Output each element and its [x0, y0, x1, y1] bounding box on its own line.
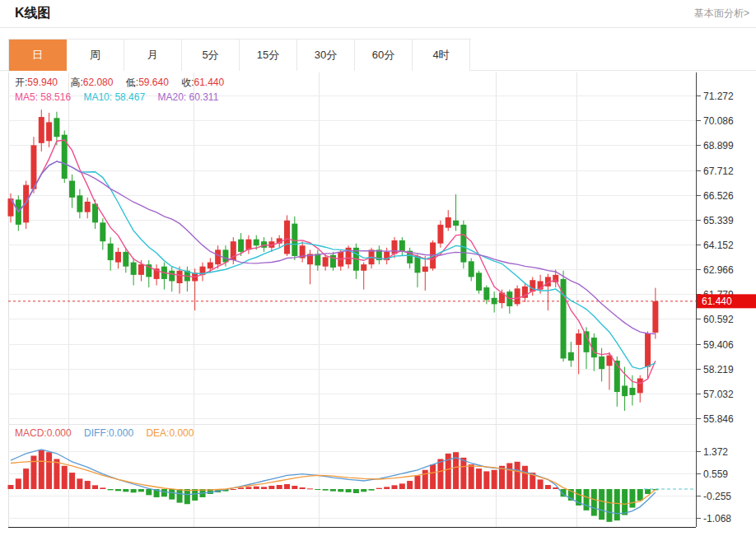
- macd-bar[interactable]: [599, 489, 604, 520]
- candle[interactable]: [215, 249, 221, 264]
- candle[interactable]: [446, 217, 451, 228]
- macd-bar[interactable]: [115, 489, 121, 491]
- macd-bar[interactable]: [538, 479, 544, 489]
- macd-bar[interactable]: [422, 470, 428, 489]
- candle[interactable]: [515, 288, 520, 304]
- macd-bar[interactable]: [62, 466, 68, 489]
- candle[interactable]: [422, 267, 428, 272]
- macd-bar[interactable]: [108, 489, 114, 490]
- macd-bar[interactable]: [622, 489, 628, 515]
- macd-bar[interactable]: [8, 485, 14, 489]
- macd-bar[interactable]: [392, 485, 398, 489]
- candle[interactable]: [568, 352, 574, 361]
- candle[interactable]: [437, 225, 443, 244]
- candle[interactable]: [254, 240, 259, 246]
- candle[interactable]: [599, 357, 604, 369]
- candle[interactable]: [131, 263, 137, 275]
- candle[interactable]: [123, 252, 128, 267]
- macd-bar[interactable]: [131, 489, 137, 492]
- candle[interactable]: [315, 254, 320, 265]
- candle[interactable]: [476, 273, 482, 291]
- macd-bar[interactable]: [460, 458, 466, 489]
- candle[interactable]: [469, 261, 474, 277]
- candle[interactable]: [23, 185, 29, 223]
- macd-bar[interactable]: [476, 468, 482, 489]
- candle[interactable]: [30, 145, 36, 189]
- macd-bar[interactable]: [300, 487, 306, 489]
- candle[interactable]: [100, 222, 105, 241]
- macd-bar[interactable]: [268, 486, 274, 489]
- candle[interactable]: [46, 122, 52, 141]
- macd-bar[interactable]: [591, 489, 597, 516]
- macd-bar[interactable]: [307, 488, 313, 489]
- macd-bar[interactable]: [39, 450, 44, 489]
- candle[interactable]: [238, 240, 244, 252]
- macd-bar[interactable]: [469, 464, 474, 489]
- macd-bar[interactable]: [184, 489, 190, 504]
- macd-bar[interactable]: [123, 489, 128, 492]
- macd-bar[interactable]: [46, 452, 52, 489]
- macd-bar[interactable]: [437, 459, 443, 489]
- candle[interactable]: [62, 135, 68, 179]
- macd-bar[interactable]: [323, 489, 329, 491]
- macd-bar[interactable]: [353, 489, 359, 493]
- macd-bar[interactable]: [492, 470, 497, 489]
- macd-bar[interactable]: [330, 489, 336, 492]
- candle[interactable]: [453, 221, 459, 226]
- macd-bar[interactable]: [346, 489, 352, 492]
- candle[interactable]: [629, 388, 635, 395]
- macd-bar[interactable]: [369, 489, 375, 491]
- candle[interactable]: [392, 240, 398, 254]
- macd-bar[interactable]: [315, 489, 320, 490]
- macd-bar[interactable]: [161, 489, 167, 496]
- macd-bar[interactable]: [506, 463, 512, 489]
- macd-bar[interactable]: [238, 487, 244, 489]
- macd-bar[interactable]: [384, 487, 390, 489]
- macd-bar[interactable]: [407, 481, 413, 489]
- macd-bar[interactable]: [338, 489, 343, 492]
- candle[interactable]: [77, 195, 82, 212]
- candle[interactable]: [284, 221, 290, 254]
- macd-bar[interactable]: [606, 489, 612, 522]
- candle[interactable]: [108, 244, 114, 260]
- macd-bar[interactable]: [515, 462, 520, 489]
- candle[interactable]: [177, 271, 183, 283]
- macd-bar[interactable]: [376, 488, 382, 489]
- macd-bar[interactable]: [614, 489, 620, 520]
- candle[interactable]: [460, 225, 466, 263]
- candle[interactable]: [39, 117, 44, 143]
- macd-bar[interactable]: [361, 489, 366, 492]
- candle[interactable]: [414, 256, 420, 273]
- macd-bar[interactable]: [85, 481, 91, 489]
- macd-bar[interactable]: [292, 486, 297, 489]
- candle[interactable]: [261, 241, 267, 248]
- macd-bar[interactable]: [30, 455, 36, 489]
- macd-bar[interactable]: [483, 471, 489, 489]
- macd-bar[interactable]: [414, 475, 420, 489]
- candle[interactable]: [492, 298, 497, 305]
- candle[interactable]: [399, 240, 405, 252]
- candle[interactable]: [85, 202, 91, 212]
- macd-bar[interactable]: [16, 478, 21, 489]
- macd-bar[interactable]: [169, 489, 175, 500]
- macd-bar[interactable]: [430, 464, 436, 489]
- macd-bar[interactable]: [100, 487, 105, 489]
- macd-bar[interactable]: [77, 478, 82, 489]
- macd-bar[interactable]: [138, 489, 144, 492]
- macd-bar[interactable]: [54, 459, 59, 489]
- candle[interactable]: [115, 252, 121, 263]
- candle[interactable]: [584, 331, 590, 352]
- candle[interactable]: [576, 333, 581, 345]
- candle[interactable]: [169, 271, 175, 282]
- candle[interactable]: [622, 385, 628, 396]
- macd-bar[interactable]: [261, 487, 267, 489]
- macd-bar[interactable]: [23, 468, 29, 489]
- macd-bar[interactable]: [146, 489, 152, 495]
- candle[interactable]: [645, 333, 651, 367]
- macd-bar[interactable]: [245, 487, 251, 489]
- macd-bar[interactable]: [284, 484, 290, 489]
- macd-bar[interactable]: [69, 473, 75, 489]
- macd-bar[interactable]: [254, 487, 259, 489]
- macd-bar[interactable]: [584, 489, 590, 510]
- candle[interactable]: [138, 264, 144, 275]
